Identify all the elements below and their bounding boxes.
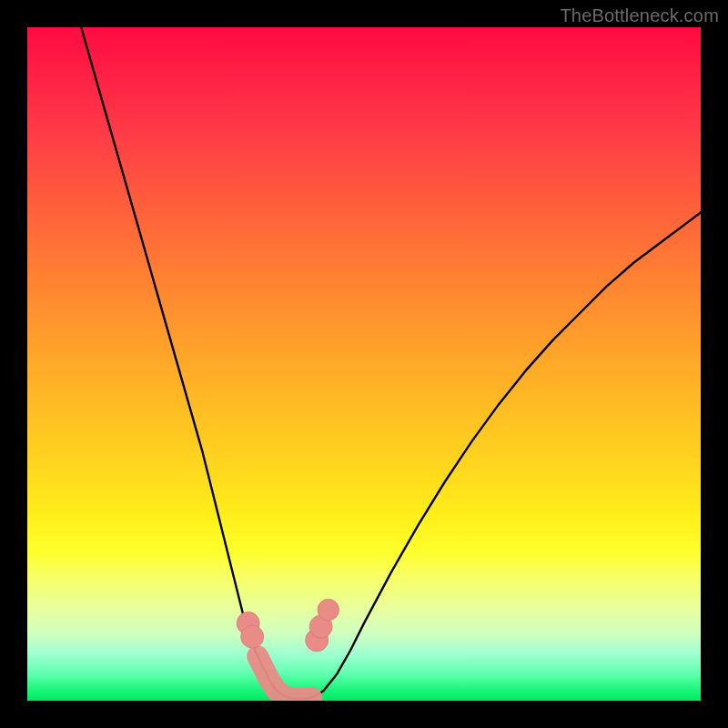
curve-layer: [27, 27, 701, 701]
trough-band-marker: [258, 656, 311, 699]
bottleneck-curve: [81, 27, 701, 699]
watermark-text: TheBottleneck.com: [560, 5, 719, 26]
plot-area: [27, 27, 701, 701]
curve-marker: [318, 599, 339, 621]
chart-frame: TheBottleneck.com: [0, 0, 728, 728]
curve-marker: [241, 625, 264, 648]
